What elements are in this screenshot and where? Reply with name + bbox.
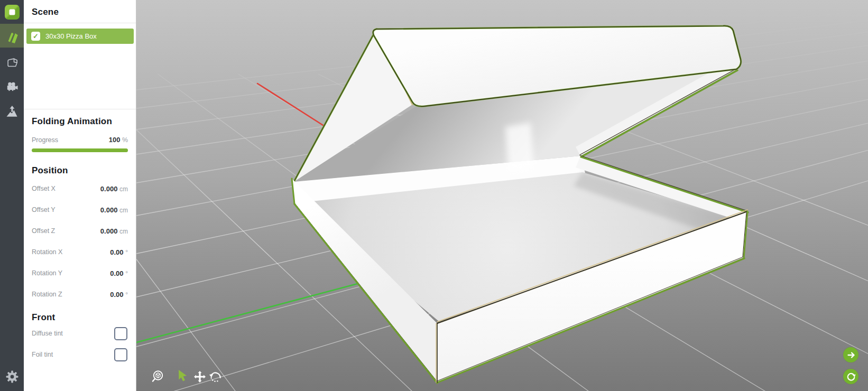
tint-label: Foil tint (32, 351, 53, 358)
apply-arrow-button[interactable] (843, 347, 858, 362)
progress-slider[interactable] (32, 148, 128, 152)
check-icon: ✓ (33, 32, 39, 40)
property-row: Rotation Z 0.00 ° (32, 284, 128, 305)
property-label: Offset Y (32, 206, 56, 213)
hinge-highlight (505, 123, 534, 173)
property-value-field[interactable]: 0.00 ° (110, 248, 128, 256)
property-panel: Scene ✓ 30x30 Pizza Box Folding Animatio… (24, 0, 136, 391)
publish-upload-icon (5, 104, 20, 119)
refresh-icon (846, 372, 856, 381)
property-label: Rotation X (32, 248, 62, 256)
sidebar-item-publish[interactable] (0, 99, 24, 123)
progress-value: 100 % (109, 136, 128, 144)
arrow-right-icon (846, 350, 856, 360)
progress-slider-fill (32, 148, 128, 152)
settings-gear-icon (5, 369, 20, 384)
property-row: Offset Y 0.000 cm (32, 199, 128, 220)
scene-object-list: ✓ 30x30 Pizza Box (24, 23, 136, 109)
carton-box-icon (5, 55, 20, 70)
pan-tool-button[interactable] (193, 370, 206, 384)
property-row: Rotation X 0.00 ° (32, 241, 128, 263)
app-logo-button[interactable] (0, 0, 24, 24)
app-logo-icon (4, 4, 20, 20)
property-label: Offset X (32, 185, 56, 192)
pan-move-icon (193, 370, 206, 384)
property-row: Offset Z 0.000 cm (32, 220, 128, 241)
select-tool-button[interactable] (178, 369, 190, 383)
scene-item-checkbox[interactable]: ✓ (31, 32, 40, 41)
select-cursor-icon (178, 369, 190, 383)
tint-row: Diffuse tint (32, 323, 128, 344)
settings-button[interactable] (0, 365, 24, 388)
camera-icon (5, 79, 20, 94)
fold-shapes-icon (5, 29, 20, 43)
tint-row: Foil tint (32, 344, 128, 365)
property-row: Rotation Y 0.00 ° (32, 263, 128, 284)
refresh-button[interactable] (843, 369, 858, 384)
scene-item-label: 30x30 Pizza Box (45, 32, 97, 40)
progress-label: Progress (32, 136, 58, 144)
scene-panel-title: Scene (32, 7, 128, 17)
folding-animation-title: Folding Animation (32, 116, 128, 127)
property-value-field[interactable]: 0.000 cm (100, 185, 128, 193)
property-label: Offset Z (32, 227, 55, 235)
tint-checkbox[interactable] (114, 348, 127, 361)
orbit-rotate-icon (209, 370, 222, 384)
position-rows: Offset X 0.000 cm Offset Y 0.000 cm Offs… (32, 178, 128, 305)
tint-checkbox[interactable] (114, 327, 127, 340)
property-value-field[interactable]: 0.00 ° (110, 269, 128, 277)
sidebar-item-shapes[interactable] (0, 24, 24, 48)
zoom-to-fit-button[interactable] (151, 370, 164, 384)
front-rows: Diffuse tint Foil tint (32, 323, 128, 365)
sidebar-item-carton[interactable] (0, 51, 24, 75)
viewport-3d-canvas[interactable] (136, 0, 868, 391)
property-row: Offset X 0.000 cm (32, 178, 128, 199)
property-value-field[interactable]: 0.000 cm (100, 227, 128, 235)
property-value-field[interactable]: 0.00 ° (110, 291, 128, 299)
zoom-to-fit-icon (151, 370, 164, 384)
front-section-title: Front (32, 312, 128, 323)
property-value-field[interactable]: 0.000 cm (100, 206, 128, 214)
scene-item-row[interactable]: ✓ 30x30 Pizza Box (26, 29, 134, 44)
property-label: Rotation Z (32, 291, 62, 298)
position-title: Position (32, 165, 128, 176)
property-label: Rotation Y (32, 269, 62, 277)
tint-label: Diffuse tint (32, 330, 63, 337)
sidebar-rail (0, 0, 24, 391)
sidebar-item-camera[interactable] (0, 75, 24, 98)
orbit-tool-button[interactable] (209, 370, 222, 384)
